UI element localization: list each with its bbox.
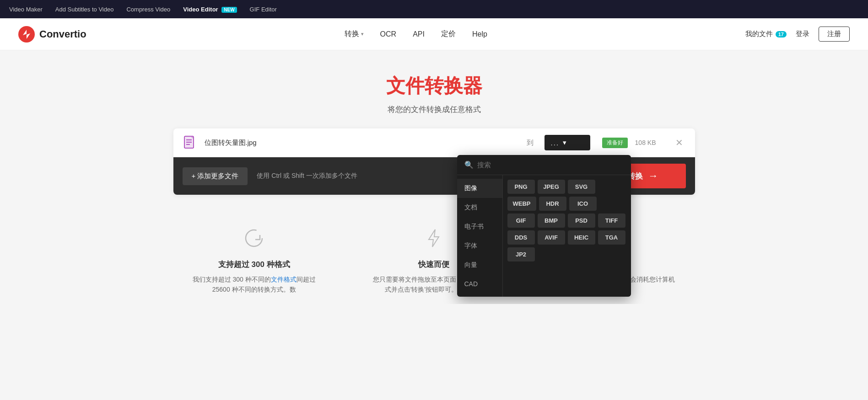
converter-area: 位图转矢量图.jpg 到 ... ▾ 准备好 108 KB ✕ + 添加更多文件… [173,128,695,195]
top-nav-add-subtitles[interactable]: Add Subtitles to Video [55,6,114,13]
format-dropdown-panel: 🔍 图像 文档 电子书 字体 向量 CAD PNG JPEG SVG WEBP [457,155,631,297]
dropdown-body: 图像 文档 电子书 字体 向量 CAD PNG JPEG SVG WEBP HD… [457,175,631,297]
file-row: 位图转矢量图.jpg 到 ... ▾ 准备好 108 KB ✕ [173,128,695,157]
nav-pricing[interactable]: 定价 [441,29,456,39]
chevron-down-icon: ▾ [563,139,566,147]
file-formats-link[interactable]: 文件格式 [271,276,297,283]
top-nav-video-maker[interactable]: Video Maker [9,6,43,13]
format-hdr[interactable]: HDR [539,197,566,211]
logo-icon [18,26,35,43]
to-label: 到 [527,139,534,147]
format-bmp[interactable]: BMP [538,213,565,228]
category-document[interactable]: 文档 [457,198,502,217]
search-icon: 🔍 [464,160,474,169]
category-ebook[interactable]: 电子书 [457,217,502,236]
feature-formats-desc: 我们支持超过 300 种不同的文件格式间超过 25600 种不同的转换方式。数 [192,274,317,295]
category-list: 图像 文档 电子书 字体 向量 CAD [457,175,503,297]
new-badge: NEW [221,7,237,13]
format-ico[interactable]: ICO [569,197,597,211]
format-webp[interactable]: WEBP [507,197,536,211]
format-display: ... [551,139,560,147]
format-svg[interactable]: SVG [568,180,595,194]
register-button[interactable]: 注册 [819,27,850,42]
main-nav: 转换 ▾ OCR API 定价 Help [345,29,487,39]
my-files-button[interactable]: 我的文件 17 [745,30,787,38]
format-grid: PNG JPEG SVG WEBP HDR ICO GIF BMP PSD TI… [503,175,631,297]
format-heic[interactable]: HEIC [568,230,595,245]
top-nav-gif-editor[interactable]: GIF Editor [250,6,277,13]
login-button[interactable]: 登录 [796,30,809,38]
category-vector[interactable]: 向量 [457,256,502,275]
logo-text: Convertio [39,28,86,40]
file-name-label: 位图转矢量图.jpg [205,139,516,147]
logo-area[interactable]: Convertio [18,26,86,43]
format-psd[interactable]: PSD [568,213,595,228]
format-jp2[interactable]: JP2 [507,247,535,261]
svg-point-0 [18,26,35,43]
top-nav-compress-video[interactable]: Compress Video [126,6,170,13]
feature-formats: 支持超过 300 种格式 我们支持超过 300 种不同的文件格式间超过 2560… [192,227,317,295]
status-badge: 准备好 [602,138,628,148]
files-count-badge: 17 [776,31,787,37]
svg-marker-8 [429,229,439,247]
format-tiff[interactable]: TIFF [598,213,625,228]
header-right: 我的文件 17 登录 注册 [745,27,850,42]
arrow-right-icon: → [648,170,658,182]
nav-convert[interactable]: 转换 ▾ [345,29,364,39]
category-cad[interactable]: CAD [457,275,502,293]
category-font[interactable]: 字体 [457,236,502,256]
file-size-label: 108 KB [635,139,665,146]
top-nav: Video Maker Add Subtitles to Video Compr… [0,0,868,18]
format-png[interactable]: PNG [507,180,535,194]
dropdown-search-area: 🔍 [457,155,631,175]
hero-subtitle: 将您的文件转换成任意格式 [9,104,859,115]
format-avif[interactable]: AVIF [538,230,565,245]
chevron-down-icon: ▾ [361,31,364,37]
main-header: Convertio 转换 ▾ OCR API 定价 Help 我的文件 17 登… [0,18,868,50]
search-input[interactable] [477,161,624,169]
format-selector[interactable]: ... ▾ [545,135,590,150]
remove-file-button[interactable]: ✕ [673,137,686,148]
refresh-icon [192,227,317,254]
category-image[interactable]: 图像 [457,179,502,198]
add-more-files-button[interactable]: + 添加更多文件 [183,167,248,185]
file-type-icon [183,135,197,150]
hero-title: 文件转换器 [9,73,859,99]
nav-ocr[interactable]: OCR [380,30,397,38]
top-nav-video-editor[interactable]: Video Editor NEW [183,6,237,13]
feature-formats-title: 支持超过 300 种格式 [192,259,317,270]
format-gif[interactable]: GIF [507,213,535,228]
format-tga[interactable]: TGA [598,230,625,245]
format-jpeg[interactable]: JPEG [538,180,565,194]
hero-section: 文件转换器 将您的文件转换成任意格式 [0,50,868,128]
nav-help[interactable]: Help [472,30,487,38]
format-dds[interactable]: DDS [507,230,535,245]
nav-api[interactable]: API [413,30,425,38]
